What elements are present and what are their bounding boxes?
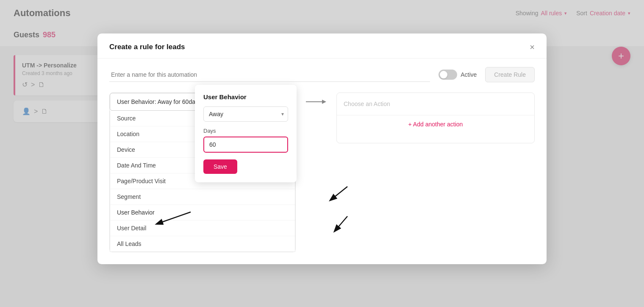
toggle-label: Active: [461, 71, 477, 78]
arrow-connector: [306, 92, 326, 106]
days-input[interactable]: [203, 137, 288, 153]
trigger-option-user-behavior[interactable]: User Behavior: [110, 205, 295, 220]
days-label: Days: [203, 128, 288, 134]
rule-builder: User Behavior: Away for 60days Source Lo…: [109, 92, 535, 252]
modal-body: Active Create Rule User Behavior: Away f…: [97, 59, 547, 264]
create-rule-modal: Create a rule for leads × Active Create …: [97, 33, 547, 264]
modal-title: Create a rule for leads: [109, 43, 185, 51]
action-panel: Choose an Action + Add another action: [336, 92, 535, 143]
automation-name-input[interactable]: [109, 68, 430, 82]
behavior-popup-title: User Behavior: [203, 93, 288, 100]
add-action-row: + Add another action: [337, 115, 534, 133]
add-action-button[interactable]: + Add another action: [408, 121, 463, 128]
modal-name-row: Active Create Rule: [109, 67, 535, 82]
save-button[interactable]: Save: [203, 159, 237, 174]
action-placeholder[interactable]: Choose an Action: [337, 93, 534, 115]
trigger-option-user-detail[interactable]: User Detail: [110, 220, 295, 236]
trigger-option-segment[interactable]: Segment: [110, 189, 295, 205]
modal-close-button[interactable]: ×: [530, 43, 535, 51]
behavior-select[interactable]: Away Active Visited: [203, 106, 288, 122]
trigger-option-all-leads[interactable]: All Leads: [110, 236, 295, 251]
active-toggle[interactable]: [439, 70, 457, 80]
modal-header: Create a rule for leads ×: [97, 33, 547, 59]
toggle-row: Active: [439, 70, 477, 80]
behavior-popup: User Behavior Away Active Visited ▾ Days…: [195, 85, 297, 182]
behavior-select-wrap: Away Active Visited ▾: [203, 106, 288, 122]
svg-marker-1: [322, 100, 326, 104]
create-rule-button[interactable]: Create Rule: [485, 67, 535, 82]
